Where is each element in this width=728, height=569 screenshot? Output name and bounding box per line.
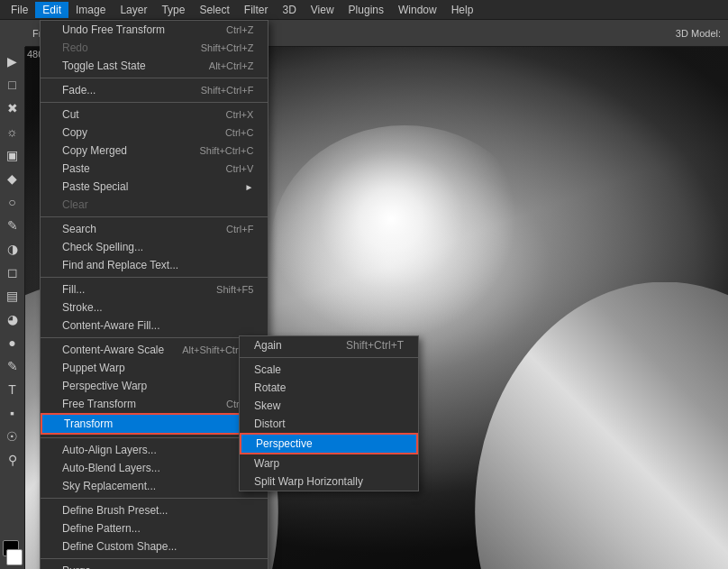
tool-eraser[interactable]: ◻ — [2, 262, 23, 283]
menu-free-transform[interactable]: Free Transform Ctrl+T — [41, 395, 268, 413]
menu-find-replace[interactable]: Find and Replace Text... — [41, 256, 268, 274]
tool-blur[interactable]: ◕ — [2, 308, 23, 330]
menu-sky-replacement[interactable]: Sky Replacement... — [41, 477, 268, 495]
tool-hand[interactable]: ☉ — [2, 426, 23, 447]
menu-search[interactable]: Search Ctrl+F — [41, 220, 268, 238]
menu-cut[interactable]: Cut Ctrl+X — [41, 106, 268, 124]
menu-fade[interactable]: Fade... Shift+Ctrl+F — [41, 81, 268, 99]
menu-content-aware-scale[interactable]: Content-Aware Scale Alt+Shift+Ctrl+C — [41, 341, 268, 359]
tool-text[interactable]: T — [2, 379, 23, 400]
divider-6 — [41, 437, 268, 438]
menu-image[interactable]: Image — [68, 2, 113, 18]
transform-rotate[interactable]: Rotate — [240, 379, 418, 397]
menu-content-aware-fill[interactable]: Content-Aware Fill... — [41, 317, 268, 335]
menu-edit[interactable]: Edit — [35, 2, 68, 18]
submenu-divider-1 — [240, 357, 418, 358]
menu-view[interactable]: View — [304, 2, 341, 18]
tool-pen[interactable]: ✎ — [2, 355, 23, 377]
tool-lasso[interactable]: ✖ — [2, 97, 23, 119]
menu-copy[interactable]: Copy Ctrl+C — [41, 124, 268, 142]
menu-purge[interactable]: Purge ► — [41, 562, 268, 569]
menu-perspective-warp[interactable]: Perspective Warp — [41, 377, 268, 395]
tool-heal[interactable]: ○ — [2, 191, 23, 213]
menu-paste[interactable]: Paste Ctrl+V — [41, 160, 268, 178]
menu-auto-align[interactable]: Auto-Align Layers... — [41, 441, 268, 459]
menu-fill[interactable]: Fill... Shift+F5 — [41, 280, 268, 298]
menu-puppet-warp[interactable]: Puppet Warp — [41, 359, 268, 377]
3d-model-label: 3D Model: — [676, 28, 721, 39]
tool-move[interactable]: ▶ — [2, 50, 23, 72]
menu-toggle-last-state[interactable]: Toggle Last State Alt+Ctrl+Z — [41, 57, 268, 75]
menu-file[interactable]: File — [4, 2, 35, 18]
tool-clone[interactable]: ◑ — [2, 238, 23, 260]
menu-filter[interactable]: Filter — [237, 2, 276, 18]
menu-define-custom-shape[interactable]: Define Custom Shape... — [41, 537, 268, 555]
transform-submenu: Again Shift+Ctrl+T Scale Rotate Skew Dis… — [239, 335, 419, 491]
divider-7 — [41, 498, 268, 499]
tool-shape[interactable]: ▪ — [2, 402, 23, 424]
tool-eyedrop[interactable]: ◆ — [2, 168, 23, 189]
menu-define-pattern[interactable]: Define Pattern... — [41, 519, 268, 537]
transform-again[interactable]: Again Shift+Ctrl+T — [240, 336, 418, 354]
tool-brush[interactable]: ✎ — [2, 215, 23, 236]
transform-warp[interactable]: Warp — [240, 454, 418, 473]
menu-undo-free-transform[interactable]: Undo Free Transform Ctrl+Z — [41, 21, 268, 39]
menu-auto-blend[interactable]: Auto-Blend Layers... — [41, 459, 268, 477]
transform-split-warp-horizontal[interactable]: Split Warp Horizontally — [240, 473, 418, 491]
menu-select[interactable]: Select — [192, 2, 236, 18]
tool-magic[interactable]: ☼ — [2, 121, 23, 142]
tool-dodge[interactable]: ● — [2, 332, 23, 353]
menu-window[interactable]: Window — [391, 2, 444, 18]
menu-help[interactable]: Help — [444, 2, 481, 18]
divider-1 — [41, 78, 268, 78]
tool-select[interactable]: □ — [2, 74, 23, 96]
tool-crop[interactable]: ▣ — [2, 144, 23, 166]
menu-plugins[interactable]: Plugins — [341, 2, 391, 18]
menu-bar: File Edit Image Layer Type Select Filter… — [0, 0, 728, 20]
left-toolbar: ▶ □ ✖ ☼ ▣ ◆ ○ ✎ ◑ ◻ ▤ ◕ ● ✎ T ▪ ☉ ⚲ — [0, 47, 25, 569]
menu-type[interactable]: Type — [154, 2, 192, 18]
edit-menu: Undo Free Transform Ctrl+Z Redo Shift+Ct… — [40, 20, 268, 569]
divider-4 — [41, 277, 268, 278]
menu-paste-special[interactable]: Paste Special ► — [41, 178, 268, 196]
menu-stroke[interactable]: Stroke... — [41, 298, 268, 317]
divider-3 — [41, 216, 268, 217]
divider-8 — [41, 558, 268, 559]
divider-2 — [41, 102, 268, 103]
menu-copy-merged[interactable]: Copy Merged Shift+Ctrl+C — [41, 142, 268, 160]
menu-layer[interactable]: Layer — [113, 2, 154, 18]
background-color[interactable] — [6, 549, 23, 565]
transform-perspective[interactable]: Perspective — [240, 433, 418, 454]
menu-define-brush[interactable]: Define Brush Preset... — [41, 501, 268, 519]
menu-clear[interactable]: Clear — [41, 196, 268, 214]
transform-distort[interactable]: Distort — [240, 415, 418, 433]
tool-zoom[interactable]: ⚲ — [2, 449, 23, 471]
tool-gradient[interactable]: ▤ — [2, 285, 23, 307]
divider-5 — [41, 337, 268, 338]
transform-skew[interactable]: Skew — [240, 397, 418, 415]
menu-3d[interactable]: 3D — [275, 2, 303, 18]
menu-transform[interactable]: Transform ► — [41, 413, 268, 435]
menu-redo[interactable]: Redo Shift+Ctrl+Z — [41, 39, 268, 57]
menu-check-spelling[interactable]: Check Spelling... — [41, 238, 268, 256]
transform-scale[interactable]: Scale — [240, 361, 418, 379]
